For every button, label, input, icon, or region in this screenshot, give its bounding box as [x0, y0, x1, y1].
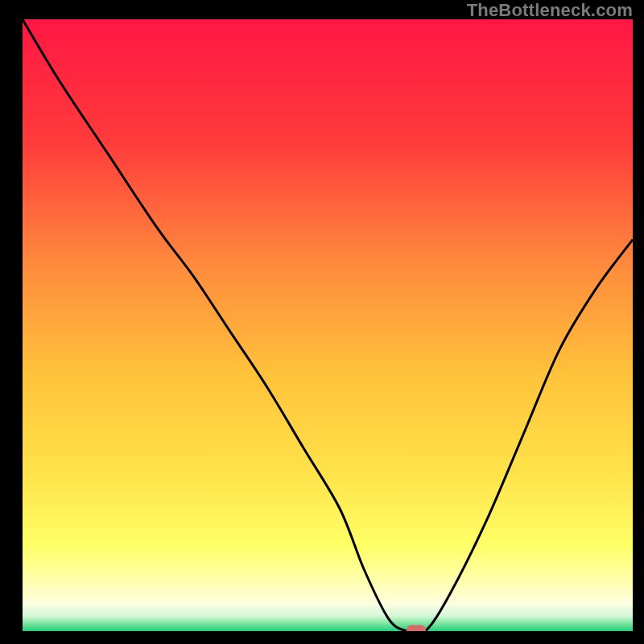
frame [0, 0, 23, 644]
plot-background [23, 19, 633, 631]
bottleneck-chart: { "watermark": "TheBottleneck.com", "col… [0, 0, 644, 644]
chart-svg [0, 0, 644, 644]
frame [633, 0, 644, 644]
frame [0, 631, 644, 644]
watermark-text: TheBottleneck.com [467, 0, 633, 21]
